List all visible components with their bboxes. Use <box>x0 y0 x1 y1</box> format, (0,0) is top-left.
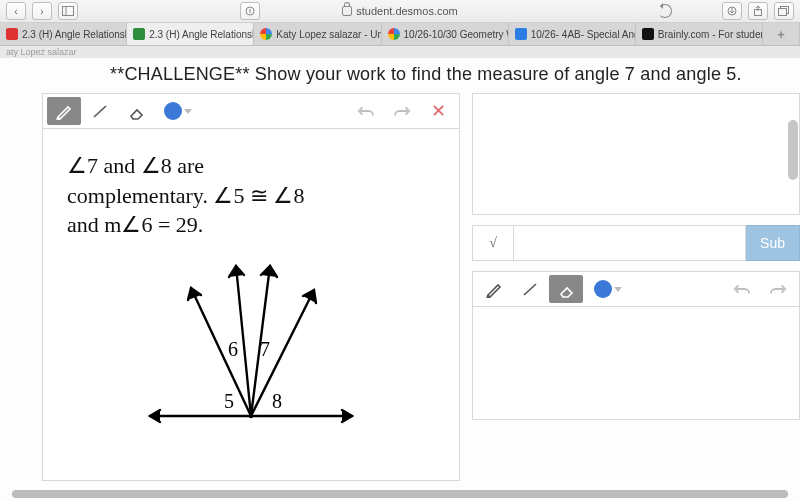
sketch-toolbar-right <box>472 271 800 307</box>
share-button[interactable] <box>748 2 768 20</box>
browser-tabstrip: 2.3 (H) Angle Relationshi...2.3 (H) Angl… <box>0 23 800 46</box>
activity-stage: **CHALLENGE** Show your work to find the… <box>0 58 800 500</box>
new-tab-button[interactable]: + <box>763 23 800 45</box>
eraser-tool[interactable] <box>549 275 583 303</box>
clear-button[interactable]: ✕ <box>421 97 455 125</box>
reader-button[interactable] <box>240 2 260 20</box>
browser-tab[interactable]: Brainly.com - For student... <box>636 23 763 45</box>
horizontal-scrollbar[interactable] <box>12 490 788 498</box>
color-dot-icon <box>164 102 182 120</box>
angle-label-8: 8 <box>272 390 282 412</box>
submit-button[interactable]: Sub <box>746 225 800 261</box>
problem-line-1: ∠7 and ∠8 are <box>67 151 435 181</box>
pencil-tool[interactable] <box>477 275 511 303</box>
vertical-scrollbar[interactable] <box>788 120 798 180</box>
browser-titlebar: ‹ › student.desmos.com <box>0 0 800 23</box>
browser-tab[interactable]: 2.3 (H) Angle Relationshi... <box>0 23 127 45</box>
tab-label: 2.3 (H) Angle Relationshi... <box>149 29 254 40</box>
favicon <box>642 28 654 40</box>
tab-label: 10/26-10/30 Geometry W... <box>404 29 509 40</box>
chevron-down-icon <box>614 287 622 292</box>
angle-label-5: 5 <box>224 390 234 412</box>
scratch-panel-top[interactable] <box>472 93 800 215</box>
angle-label-7: 7 <box>260 338 270 360</box>
lock-icon <box>342 6 352 16</box>
line-tool[interactable] <box>513 275 547 303</box>
answer-row: √ Sub <box>472 225 800 261</box>
tab-label: Brainly.com - For student... <box>658 29 763 40</box>
browser-tab[interactable]: 10/26-10/30 Geometry W... <box>382 23 509 45</box>
nav-fwd-button[interactable]: › <box>32 2 52 20</box>
svg-rect-0 <box>63 7 74 16</box>
browser-tab[interactable]: 2.3 (H) Angle Relationshi... <box>127 23 254 45</box>
eraser-tool[interactable] <box>119 97 153 125</box>
math-keypad-button[interactable]: √ <box>472 225 513 261</box>
svg-line-13 <box>236 266 251 416</box>
scratch-panel-bottom[interactable] <box>472 307 800 420</box>
challenge-prompt: **CHALLENGE** Show your work to find the… <box>0 58 800 93</box>
nav-back-button[interactable]: ‹ <box>6 2 26 20</box>
favicon <box>515 28 527 40</box>
sketch-toolbar-left: ✕ <box>42 93 460 129</box>
color-picker[interactable] <box>585 275 631 303</box>
tab-label: 10/26- 4AB- Special Angl... <box>531 29 636 40</box>
favicon <box>6 28 18 40</box>
plus-icon: + <box>777 27 785 42</box>
color-picker[interactable] <box>155 97 201 125</box>
line-tool[interactable] <box>83 97 117 125</box>
answer-input[interactable] <box>513 225 746 261</box>
tab-label: 2.3 (H) Angle Relationshi... <box>22 29 127 40</box>
downloads-button[interactable] <box>722 2 742 20</box>
angle-label-6: 6 <box>228 338 238 360</box>
redo-button[interactable] <box>385 97 419 125</box>
svg-rect-9 <box>779 9 787 16</box>
tab-label: Katy Lopez salazar - Unit... <box>276 29 381 40</box>
undo-button[interactable] <box>725 275 759 303</box>
sidebar-button[interactable] <box>58 2 78 20</box>
pencil-tool[interactable] <box>47 97 81 125</box>
browser-tab[interactable]: Katy Lopez salazar - Unit... <box>254 23 381 45</box>
undo-button[interactable] <box>349 97 383 125</box>
chevron-down-icon <box>184 109 192 114</box>
address-bar[interactable]: student.desmos.com <box>342 5 458 17</box>
breadcrumb: aty Lopez salazar <box>0 46 800 58</box>
redo-button[interactable] <box>761 275 795 303</box>
favicon <box>260 28 272 40</box>
url-host: student.desmos.com <box>356 5 458 17</box>
problem-line-3: and m∠6 = 29. <box>67 210 435 240</box>
angle-figure: 6 7 5 8 <box>67 248 435 446</box>
color-dot-icon <box>594 280 612 298</box>
reload-icon[interactable] <box>658 4 672 18</box>
problem-board[interactable]: ∠7 and ∠8 are complementary. ∠5 ≅ ∠8 and… <box>42 129 460 481</box>
browser-tab[interactable]: 10/26- 4AB- Special Angl... <box>509 23 636 45</box>
tabs-button[interactable] <box>774 2 794 20</box>
close-icon: ✕ <box>431 100 446 122</box>
problem-line-2: complementary. ∠5 ≅ ∠8 <box>67 181 435 211</box>
favicon <box>133 28 145 40</box>
svg-line-12 <box>191 288 251 416</box>
favicon <box>388 28 400 40</box>
